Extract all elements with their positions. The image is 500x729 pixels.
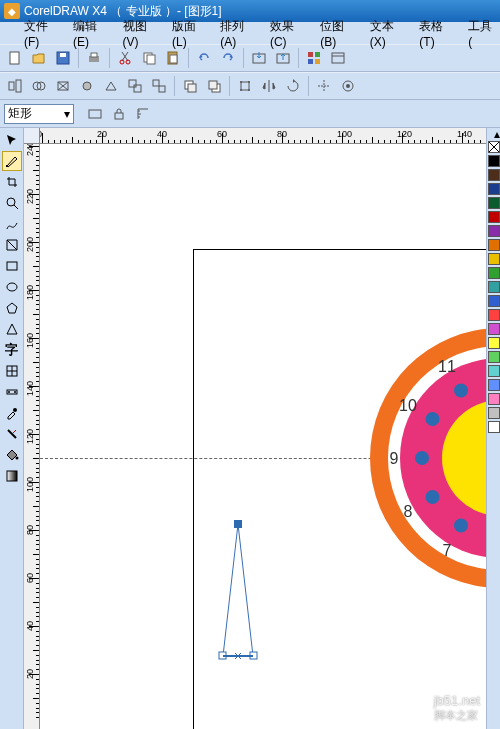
palette-up-icon[interactable]: ▴ bbox=[487, 128, 500, 140]
weld-button[interactable] bbox=[28, 75, 50, 97]
new-button[interactable] bbox=[4, 47, 26, 69]
swatch-darkyellow[interactable] bbox=[488, 253, 500, 265]
transform-button[interactable] bbox=[234, 75, 256, 97]
menu-arrange[interactable]: 排列(A) bbox=[216, 16, 264, 51]
svg-point-46 bbox=[8, 391, 10, 393]
smart-draw-tool[interactable] bbox=[2, 235, 22, 255]
swatch-cyan[interactable] bbox=[488, 365, 500, 377]
vertical-ruler[interactable]: 24022020018016014012010080604020 bbox=[24, 144, 40, 729]
freehand-tool[interactable] bbox=[2, 214, 22, 234]
snap-button[interactable] bbox=[313, 75, 335, 97]
zoom-tool[interactable] bbox=[2, 193, 22, 213]
swatch-lightred[interactable] bbox=[488, 309, 500, 321]
menu-tools[interactable]: 工具( bbox=[464, 16, 500, 51]
editing-triangle[interactable] bbox=[219, 520, 257, 659]
menu-layout[interactable]: 版面(L) bbox=[168, 16, 214, 51]
svg-text:10: 10 bbox=[399, 397, 417, 414]
undo-button[interactable] bbox=[193, 47, 215, 69]
ruler-origin-box[interactable] bbox=[24, 128, 40, 144]
order-front-button[interactable] bbox=[179, 75, 201, 97]
ungroup-button[interactable] bbox=[148, 75, 170, 97]
order-back-button[interactable] bbox=[203, 75, 225, 97]
save-button[interactable] bbox=[52, 47, 74, 69]
swatch-lightblue[interactable] bbox=[488, 379, 500, 391]
swatch-none[interactable] bbox=[488, 141, 500, 153]
trim-button[interactable] bbox=[52, 75, 74, 97]
swatch-lightgreen[interactable] bbox=[488, 351, 500, 363]
outline-tool[interactable] bbox=[2, 424, 22, 444]
options-button[interactable] bbox=[337, 75, 359, 97]
horizontal-ruler[interactable]: 020406080100120140 bbox=[40, 128, 486, 144]
app-launcher-button[interactable] bbox=[303, 47, 325, 69]
svg-rect-24 bbox=[134, 85, 141, 92]
svg-rect-2 bbox=[60, 53, 66, 57]
menu-file[interactable]: 文件(F) bbox=[20, 16, 67, 51]
svg-rect-40 bbox=[6, 165, 8, 167]
swatch-white[interactable] bbox=[488, 421, 500, 433]
drawing-canvas[interactable]: 7 8 9 10 11 bbox=[40, 144, 486, 729]
svg-point-53 bbox=[415, 451, 429, 465]
swatch-orange[interactable] bbox=[488, 239, 500, 251]
menu-table[interactable]: 表格(T) bbox=[415, 16, 462, 51]
swatch-purple[interactable] bbox=[488, 225, 500, 237]
convert-button[interactable] bbox=[100, 75, 122, 97]
swatch-teal[interactable] bbox=[488, 281, 500, 293]
basic-shapes-tool[interactable] bbox=[2, 319, 22, 339]
svg-point-49 bbox=[15, 457, 18, 460]
swatch-red[interactable] bbox=[488, 211, 500, 223]
export-button[interactable] bbox=[272, 47, 294, 69]
swatch-black[interactable] bbox=[488, 155, 500, 167]
svg-text:9: 9 bbox=[390, 450, 399, 467]
intersect-button[interactable] bbox=[76, 75, 98, 97]
copy-button[interactable] bbox=[138, 47, 160, 69]
swatch-darkgreen[interactable] bbox=[488, 197, 500, 209]
eyedropper-tool[interactable] bbox=[2, 403, 22, 423]
align-button[interactable] bbox=[4, 75, 26, 97]
print-button[interactable] bbox=[83, 47, 105, 69]
import-button[interactable] bbox=[248, 47, 270, 69]
prop-orientation-icon[interactable] bbox=[84, 103, 106, 125]
fill-tool[interactable] bbox=[2, 445, 22, 465]
swatch-navy[interactable] bbox=[488, 183, 500, 195]
group-button[interactable] bbox=[124, 75, 146, 97]
cut-button[interactable] bbox=[114, 47, 136, 69]
menu-bitmap[interactable]: 位图(B) bbox=[316, 16, 364, 51]
prop-units-icon[interactable] bbox=[132, 103, 154, 125]
svg-point-47 bbox=[14, 391, 16, 393]
swatch-pink[interactable] bbox=[488, 393, 500, 405]
text-tool[interactable]: 字 bbox=[2, 340, 22, 360]
swatch-blue[interactable] bbox=[488, 295, 500, 307]
crop-tool[interactable] bbox=[2, 172, 22, 192]
ellipse-tool[interactable] bbox=[2, 277, 22, 297]
mirror-button[interactable] bbox=[258, 75, 280, 97]
shape-combo[interactable]: 矩形 ▾ bbox=[4, 104, 74, 124]
menu-edit[interactable]: 编辑(E) bbox=[69, 16, 117, 51]
menu-effects[interactable]: 效果(C) bbox=[266, 16, 314, 51]
redo-button[interactable] bbox=[217, 47, 239, 69]
welcome-button[interactable] bbox=[327, 47, 349, 69]
swatch-brown[interactable] bbox=[488, 169, 500, 181]
shape-tool[interactable] bbox=[2, 151, 22, 171]
swatch-gray[interactable] bbox=[488, 407, 500, 419]
rectangle-tool[interactable] bbox=[2, 256, 22, 276]
svg-point-33 bbox=[248, 81, 250, 83]
toolbar-separator bbox=[229, 76, 230, 96]
open-button[interactable] bbox=[28, 47, 50, 69]
toolbar-separator bbox=[308, 76, 309, 96]
node-top[interactable] bbox=[234, 520, 242, 528]
svg-rect-18 bbox=[9, 82, 14, 90]
interactive-tool[interactable] bbox=[2, 382, 22, 402]
rotate-button[interactable] bbox=[282, 75, 304, 97]
menu-view[interactable]: 视图(V) bbox=[119, 16, 167, 51]
canvas-area: 020406080100120140 240220200180160140120… bbox=[24, 128, 486, 729]
menu-text[interactable]: 文本(X) bbox=[366, 16, 414, 51]
polygon-tool[interactable] bbox=[2, 298, 22, 318]
swatch-magenta[interactable] bbox=[488, 323, 500, 335]
swatch-yellow[interactable] bbox=[488, 337, 500, 349]
prop-lock-icon[interactable] bbox=[108, 103, 130, 125]
paste-button[interactable] bbox=[162, 47, 184, 69]
table-tool[interactable] bbox=[2, 361, 22, 381]
interactive-fill-tool[interactable] bbox=[2, 466, 22, 486]
pick-tool[interactable] bbox=[2, 130, 22, 150]
swatch-green[interactable] bbox=[488, 267, 500, 279]
